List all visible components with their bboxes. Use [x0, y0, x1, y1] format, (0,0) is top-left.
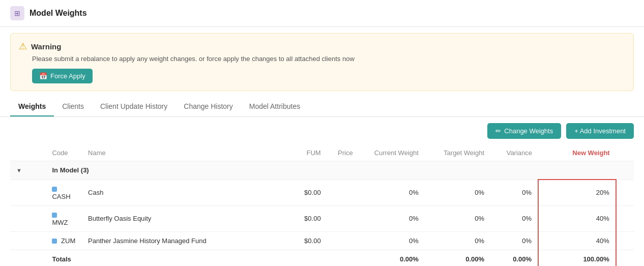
- row-new-weight: 40%: [538, 205, 616, 231]
- totals-label: Totals: [46, 250, 285, 266]
- page-title: Model Weights: [30, 9, 87, 18]
- row-new-weight: 40%: [538, 231, 616, 250]
- row-fum: $0.00: [285, 180, 327, 205]
- change-weights-button[interactable]: ✏ Change Weights: [487, 123, 561, 139]
- tab-model-attributes[interactable]: Model Attributes: [241, 97, 308, 116]
- totals-new-weight: 100.00%: [538, 250, 616, 266]
- row-fum: $0.00: [285, 231, 327, 250]
- row-current-weight: 0%: [359, 231, 425, 250]
- row-indent: [10, 205, 46, 231]
- warning-title: Warning: [31, 42, 61, 51]
- warning-banner: ⚠ Warning Please submit a rebalance to a…: [10, 33, 634, 91]
- color-dot: [52, 213, 57, 218]
- add-investment-button[interactable]: + Add Investment: [566, 123, 634, 139]
- totals-target-weight: 0.00%: [425, 250, 490, 266]
- page-icon: ⊞: [10, 6, 24, 20]
- row-new-weight: 20%: [538, 180, 616, 205]
- row-code: ZUM: [46, 231, 82, 250]
- warning-message: Please submit a rebalance to apply any w…: [32, 55, 625, 63]
- col-header-variance: Variance: [490, 145, 538, 161]
- color-dot: [52, 187, 57, 192]
- row-actions: [616, 180, 634, 205]
- row-target-weight: 0%: [425, 180, 490, 205]
- row-current-weight: 0%: [359, 180, 425, 205]
- row-price: [327, 231, 359, 250]
- tab-weights[interactable]: Weights: [10, 97, 54, 116]
- table-row: CASH Cash $0.00 0% 0% 0% 20%: [10, 180, 634, 205]
- row-price: [327, 205, 359, 231]
- group-row: ▼ In Model (3): [10, 161, 634, 180]
- row-target-weight: 0%: [425, 205, 490, 231]
- table-body: ▼ In Model (3) CASH Cash $0.00 0% 0% 0% …: [10, 161, 634, 267]
- weights-table: Code Name FUM Price Current Weight Targe…: [10, 145, 634, 266]
- tab-change-history[interactable]: Change History: [175, 97, 241, 116]
- warning-header: ⚠ Warning: [19, 41, 625, 52]
- totals-variance: 0.00%: [490, 250, 538, 266]
- table-wrapper: Code Name FUM Price Current Weight Targe…: [0, 145, 644, 266]
- edit-icon: ✏: [495, 127, 501, 135]
- table-row: ZUM Panther Jasmine History Managed Fund…: [10, 231, 634, 250]
- expand-icon[interactable]: ▼: [16, 167, 22, 173]
- row-name: Butterfly Oasis Equity: [82, 205, 285, 231]
- row-fum: $0.00: [285, 205, 327, 231]
- totals-actions: [616, 250, 634, 266]
- totals-price: [327, 250, 359, 266]
- expand-cell: ▼: [10, 161, 46, 180]
- totals-fum: [285, 250, 327, 266]
- table-header-row: Code Name FUM Price Current Weight Targe…: [10, 145, 634, 161]
- row-code: CASH: [46, 180, 82, 205]
- col-header-name: Name: [82, 145, 285, 161]
- warning-icon: ⚠: [19, 41, 27, 52]
- tab-client-update-history[interactable]: Client Update History: [92, 97, 175, 116]
- color-dot: [52, 239, 57, 244]
- totals-row: Totals 0.00% 0.00% 0.00% 100.00%: [10, 250, 634, 266]
- row-variance: 0%: [490, 231, 538, 250]
- col-header-actions: [616, 145, 634, 161]
- calendar-icon: 📅: [39, 72, 47, 80]
- col-header-code-label: Code: [46, 145, 82, 161]
- row-target-weight: 0%: [425, 231, 490, 250]
- page-header: ⊞ Model Weights: [0, 0, 644, 27]
- row-indent: [10, 231, 46, 250]
- col-header-current-weight: Current Weight: [359, 145, 425, 161]
- table-row: MWZ Butterfly Oasis Equity $0.00 0% 0% 0…: [10, 205, 634, 231]
- row-current-weight: 0%: [359, 205, 425, 231]
- row-name: Cash: [82, 180, 285, 205]
- row-actions: [616, 231, 634, 250]
- col-header-price: Price: [327, 145, 359, 161]
- tab-clients[interactable]: Clients: [54, 97, 92, 116]
- row-indent: [10, 180, 46, 205]
- totals-indent: [10, 250, 46, 266]
- row-price: [327, 180, 359, 205]
- row-code: MWZ: [46, 205, 82, 231]
- row-name: Panther Jasmine History Managed Fund: [82, 231, 285, 250]
- group-label: In Model (3): [46, 161, 634, 180]
- force-apply-button[interactable]: 📅 Force Apply: [32, 69, 93, 83]
- col-header-fum: FUM: [285, 145, 327, 161]
- tabs-container: Weights Clients Client Update History Ch…: [0, 97, 644, 117]
- toolbar: ✏ Change Weights + Add Investment: [0, 117, 644, 145]
- row-variance: 0%: [490, 205, 538, 231]
- col-header-target-weight: Target Weight: [425, 145, 490, 161]
- totals-current-weight: 0.00%: [359, 250, 425, 266]
- col-header-code: [10, 145, 46, 161]
- col-header-new-weight: New Weight: [538, 145, 616, 161]
- row-variance: 0%: [490, 180, 538, 205]
- row-actions: [616, 205, 634, 231]
